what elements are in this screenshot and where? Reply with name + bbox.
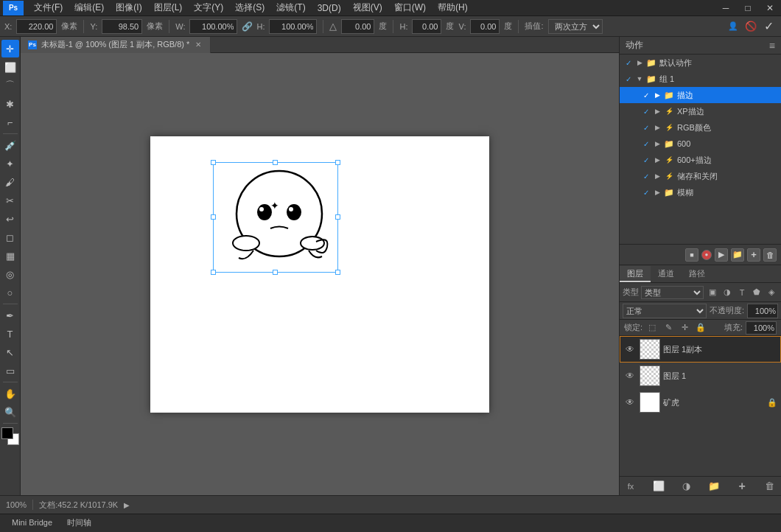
record-action-button[interactable]: ● — [701, 250, 712, 260]
h-input[interactable] — [269, 19, 317, 34]
filter-shape-icon[interactable]: ⬟ — [750, 286, 763, 299]
angle-input[interactable] — [341, 19, 374, 34]
blend-mode-select[interactable]: 正常 — [623, 304, 707, 318]
action-item-stroke[interactable]: ✓ ▶ 📁 描边 — [620, 87, 781, 103]
path-select-tool[interactable]: ↖ — [1, 343, 19, 361]
lock-image-icon[interactable]: ✎ — [662, 321, 675, 335]
play-action-button[interactable]: ▶ — [715, 248, 728, 262]
document-close-button[interactable]: ✕ — [194, 41, 203, 49]
actions-panel-menu-icon[interactable]: ≡ — [769, 40, 775, 52]
blur-tool[interactable]: ◎ — [1, 265, 19, 283]
lock-transparent-icon[interactable]: ⬚ — [645, 321, 659, 335]
filter-pixel-icon[interactable]: ▣ — [706, 286, 719, 299]
layer-visibility-1[interactable]: 👁 — [623, 369, 637, 382]
menu-layer[interactable]: 图层(L) — [148, 0, 189, 15]
action-item-default[interactable]: ✓ ▶ 📁 默认动作 — [620, 55, 781, 71]
action-expand-600-stroke[interactable]: ▶ — [654, 156, 661, 164]
y-input[interactable] — [102, 19, 142, 34]
menu-select[interactable]: 选择(S) — [229, 0, 270, 15]
new-action-button[interactable]: + — [747, 248, 760, 262]
layer-item-copy[interactable]: 👁 图层 1副本 — [620, 336, 781, 363]
menu-window[interactable]: 窗口(W) — [388, 0, 432, 15]
action-expand-save-close[interactable]: ▶ — [654, 172, 661, 180]
healing-brush-tool[interactable]: ✦ — [1, 155, 19, 172]
gradient-tool[interactable]: ▦ — [1, 247, 19, 265]
action-expand-600[interactable]: ▶ — [654, 140, 661, 147]
quick-select-tool[interactable]: ✱ — [1, 95, 19, 113]
layer-visibility-copy[interactable]: 👁 — [623, 343, 637, 356]
text-tool[interactable]: T — [1, 325, 19, 343]
eraser-tool[interactable]: ◻ — [1, 228, 19, 246]
action-expand-stroke[interactable]: ▶ — [654, 91, 661, 99]
opacity-input[interactable] — [747, 304, 778, 318]
brush-tool[interactable]: 🖌 — [1, 173, 19, 191]
lock-all-icon[interactable]: 🔒 — [694, 321, 707, 335]
menu-image[interactable]: 图像(I) — [110, 0, 147, 15]
tab-layers[interactable]: 图层 — [620, 266, 651, 282]
new-folder-button[interactable]: 📁 — [731, 248, 744, 262]
x-input[interactable] — [16, 19, 57, 34]
rect-marquee-tool[interactable]: ⬜ — [1, 58, 19, 76]
interp-select[interactable]: 两次立方 — [548, 19, 603, 34]
filter-text-icon[interactable]: T — [735, 286, 749, 299]
layer-delete-button[interactable]: 🗑 — [763, 480, 777, 493]
filter-smart-icon[interactable]: ◈ — [765, 286, 778, 299]
minimize-button[interactable]: ─ — [715, 0, 737, 16]
layer-mask-button[interactable]: ⬜ — [652, 480, 665, 493]
foreground-background-colors[interactable] — [1, 427, 19, 445]
layer-fx-button[interactable]: fx — [624, 480, 637, 493]
tab-channels[interactable]: 通道 — [651, 266, 682, 282]
v-input[interactable] — [470, 19, 500, 34]
confirm-transform-button[interactable]: ✓ — [760, 18, 777, 35]
delete-action-button[interactable]: 🗑 — [763, 248, 777, 262]
mini-bridge-tab[interactable]: Mini Bridge — [6, 515, 58, 531]
foreground-color[interactable] — [1, 427, 13, 439]
menu-edit[interactable]: 编辑(E) — [69, 0, 110, 15]
tab-paths[interactable]: 路径 — [682, 266, 712, 282]
action-item-group1[interactable]: ✓ ▼ 📁 组 1 — [620, 71, 781, 87]
action-item-save-close[interactable]: ✓ ▶ ⚡ 储存和关闭 — [620, 168, 781, 184]
stop-action-button[interactable]: ■ — [685, 248, 698, 262]
action-item-600[interactable]: ✓ ▶ 📁 600 — [620, 136, 781, 152]
menu-help[interactable]: 帮助(H) — [432, 0, 474, 15]
layer-item-bg[interactable]: 👁 矿虎 🔒 — [620, 389, 781, 416]
eyedropper-tool[interactable]: 💉 — [1, 136, 19, 154]
menu-type[interactable]: 文字(Y) — [188, 0, 229, 15]
action-item-xp-stroke[interactable]: ✓ ▶ ⚡ XP描边 — [620, 103, 781, 119]
hand-tool[interactable]: ✋ — [1, 385, 19, 402]
document-tab[interactable]: Ps 未标题-1 @ 100% (图层 1 副本, RGB/8) * ✕ — [21, 37, 211, 53]
dodge-tool[interactable]: ○ — [1, 284, 19, 301]
layer-adjustment-button[interactable]: ◑ — [680, 480, 693, 493]
h2-input[interactable] — [412, 19, 441, 34]
history-brush-tool[interactable]: ↩ — [1, 210, 19, 228]
clone-stamp-tool[interactable]: ✂ — [1, 192, 19, 209]
action-expand-group1[interactable]: ▼ — [636, 75, 643, 83]
lock-position-icon[interactable]: ✛ — [678, 321, 691, 335]
filter-adjustment-icon[interactable]: ◑ — [721, 286, 734, 299]
zoom-tool[interactable]: 🔍 — [1, 403, 19, 421]
action-item-rgb[interactable]: ✓ ▶ ⚡ RGB颜色 — [620, 119, 781, 136]
layer-new-button[interactable]: + — [735, 480, 749, 493]
action-item-600-stroke[interactable]: ✓ ▶ ⚡ 600+描边 — [620, 152, 781, 168]
maximize-button[interactable]: □ — [737, 0, 759, 16]
action-expand-default[interactable]: ▶ — [636, 59, 643, 66]
shape-tool[interactable]: ▭ — [1, 362, 19, 379]
filter-type-select[interactable]: 类型 — [641, 286, 704, 299]
timeline-tab[interactable]: 时间轴 — [61, 515, 97, 531]
layer-visibility-bg[interactable]: 👁 — [623, 396, 637, 409]
lasso-tool[interactable]: ⌒ — [1, 77, 19, 94]
menu-view[interactable]: 视图(V) — [347, 0, 388, 15]
status-arrow-button[interactable]: ▶ — [124, 501, 130, 509]
crop-tool[interactable]: ⌐ — [1, 113, 19, 131]
menu-3d[interactable]: 3D(D) — [312, 1, 347, 15]
action-item-blur[interactable]: ✓ ▶ 📁 模糊 — [620, 184, 781, 200]
link-wh-icon[interactable]: 🔗 — [242, 21, 252, 32]
action-expand-xp-stroke[interactable]: ▶ — [654, 108, 661, 115]
close-button[interactable]: ✕ — [759, 0, 781, 16]
layer-group-button[interactable]: 📁 — [707, 480, 721, 493]
layer-item-1[interactable]: 👁 图层 1 — [620, 363, 781, 389]
menu-filter[interactable]: 滤镜(T) — [270, 0, 311, 15]
action-expand-rgb[interactable]: ▶ — [654, 124, 661, 131]
menu-file[interactable]: 文件(F) — [28, 0, 69, 15]
cancel-transform-button[interactable]: 🚫 — [743, 18, 759, 35]
